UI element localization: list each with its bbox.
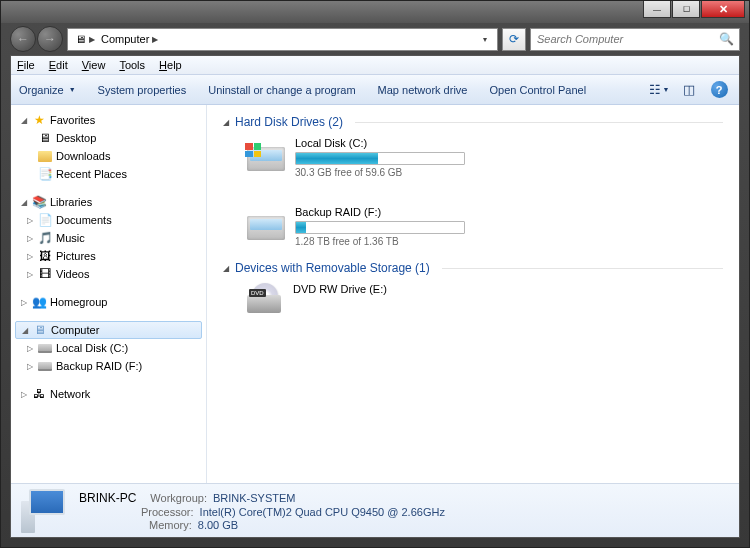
- menu-view[interactable]: View: [82, 59, 106, 71]
- videos-icon: 🎞: [37, 266, 53, 282]
- menu-file[interactable]: File: [17, 59, 35, 71]
- address-dropdown-icon[interactable]: ▾: [477, 35, 493, 44]
- details-workgroup: BRINK-SYSTEM: [213, 492, 296, 504]
- back-button[interactable]: ←: [10, 26, 36, 52]
- content-pane: ◢Hard Disk Drives (2) Local Disk (C:) 30…: [207, 105, 739, 483]
- homegroup-icon: 👥: [31, 294, 47, 310]
- tree-desktop[interactable]: 🖥Desktop: [11, 129, 206, 147]
- search-input[interactable]: [537, 33, 719, 45]
- tree-computer[interactable]: ◢🖥Computer: [15, 321, 202, 339]
- view-options-button[interactable]: ☷▼: [647, 79, 671, 101]
- forward-button[interactable]: →: [37, 26, 63, 52]
- section-removable-storage[interactable]: ◢Devices with Removable Storage (1): [223, 261, 723, 275]
- preview-pane-button[interactable]: ◫: [677, 79, 701, 101]
- capacity-bar: [295, 221, 465, 234]
- drive-free-text: 30.3 GB free of 59.6 GB: [295, 167, 477, 178]
- star-icon: ★: [31, 112, 47, 128]
- hdd-icon: [247, 137, 287, 173]
- drive-icon: [37, 340, 53, 356]
- menu-tools[interactable]: Tools: [119, 59, 145, 71]
- address-bar[interactable]: 🖥▶ Computer▶ ▾: [67, 28, 498, 51]
- drive-icon: [37, 358, 53, 374]
- menu-help[interactable]: Help: [159, 59, 182, 71]
- dvd-drive-icon: DVD: [247, 283, 285, 313]
- pictures-icon: 🖼: [37, 248, 53, 264]
- details-pc-name: BRINK-PC: [79, 491, 136, 505]
- map-network-drive-button[interactable]: Map network drive: [378, 84, 468, 96]
- documents-icon: 📄: [37, 212, 53, 228]
- details-workgroup-label: Workgroup:: [150, 492, 207, 504]
- tree-homegroup[interactable]: ▷👥Homegroup: [11, 293, 206, 311]
- open-control-panel-button[interactable]: Open Control Panel: [489, 84, 586, 96]
- nav-bar: ← → 🖥▶ Computer▶ ▾ ⟳ 🔍: [10, 23, 740, 55]
- minimize-button[interactable]: —: [643, 1, 671, 18]
- details-memory-label: Memory:: [149, 519, 192, 531]
- tree-network[interactable]: ▷🖧Network: [11, 385, 206, 403]
- drive-name: Backup RAID (F:): [295, 206, 477, 218]
- menu-bar: File Edit View Tools Help: [11, 56, 739, 75]
- details-memory: 8.00 GB: [198, 519, 238, 531]
- search-box[interactable]: 🔍: [530, 28, 740, 51]
- tree-favorites[interactable]: ◢★Favorites: [11, 111, 206, 129]
- help-button[interactable]: ?: [707, 79, 731, 101]
- drive-free-text: 1.28 TB free of 1.36 TB: [295, 236, 477, 247]
- music-icon: 🎵: [37, 230, 53, 246]
- computer-large-icon: [21, 489, 69, 533]
- tree-recent-places[interactable]: 📑Recent Places: [11, 165, 206, 183]
- system-properties-button[interactable]: System properties: [98, 84, 187, 96]
- drive-name: DVD RW Drive (E:): [293, 283, 477, 295]
- maximize-button[interactable]: ☐: [672, 1, 700, 18]
- drive-dvd-rw-e[interactable]: DVD DVD RW Drive (E:): [247, 283, 477, 313]
- titlebar: — ☐ ✕: [1, 1, 749, 23]
- breadcrumb-segment[interactable]: Computer: [101, 33, 149, 45]
- tree-documents[interactable]: ▷📄Documents: [11, 211, 206, 229]
- tree-downloads[interactable]: Downloads: [11, 147, 206, 165]
- help-icon: ?: [711, 81, 728, 98]
- refresh-button[interactable]: ⟳: [502, 28, 526, 51]
- desktop-icon: 🖥: [37, 130, 53, 146]
- recent-icon: 📑: [37, 166, 53, 182]
- menu-edit[interactable]: Edit: [49, 59, 68, 71]
- libraries-icon: 📚: [31, 194, 47, 210]
- capacity-bar: [295, 152, 465, 165]
- drive-backup-raid-f[interactable]: Backup RAID (F:) 1.28 TB free of 1.36 TB: [247, 206, 477, 247]
- tree-videos[interactable]: ▷🎞Videos: [11, 265, 206, 283]
- tree-music[interactable]: ▷🎵Music: [11, 229, 206, 247]
- folder-icon: [37, 148, 53, 164]
- network-icon: 🖧: [31, 386, 47, 402]
- organize-button[interactable]: Organize▼: [19, 84, 76, 96]
- search-icon: 🔍: [719, 32, 733, 46]
- command-bar: Organize▼ System properties Uninstall or…: [11, 75, 739, 105]
- tree-pictures[interactable]: ▷🖼Pictures: [11, 247, 206, 265]
- tree-backup-raid-f[interactable]: ▷Backup RAID (F:): [11, 357, 206, 375]
- hdd-icon: [247, 206, 287, 242]
- tree-libraries[interactable]: ◢📚Libraries: [11, 193, 206, 211]
- drive-name: Local Disk (C:): [295, 137, 477, 149]
- computer-icon: 🖥: [75, 33, 86, 45]
- uninstall-program-button[interactable]: Uninstall or change a program: [208, 84, 355, 96]
- details-processor: Intel(R) Core(TM)2 Quad CPU Q9450 @ 2.66…: [200, 506, 445, 518]
- section-hard-disk-drives[interactable]: ◢Hard Disk Drives (2): [223, 115, 723, 129]
- close-button[interactable]: ✕: [701, 1, 745, 18]
- explorer-window: — ☐ ✕ ← → 🖥▶ Computer▶ ▾ ⟳ 🔍 File Edit V…: [0, 0, 750, 548]
- navigation-tree: ◢★Favorites 🖥Desktop Downloads 📑Recent P…: [11, 105, 207, 483]
- computer-icon: 🖥: [32, 322, 48, 338]
- tree-local-disk-c[interactable]: ▷Local Disk (C:): [11, 339, 206, 357]
- details-pane: BRINK-PC Workgroup: BRINK-SYSTEM Process…: [11, 483, 739, 537]
- drive-local-disk-c[interactable]: Local Disk (C:) 30.3 GB free of 59.6 GB: [247, 137, 477, 178]
- details-processor-label: Processor:: [141, 506, 194, 518]
